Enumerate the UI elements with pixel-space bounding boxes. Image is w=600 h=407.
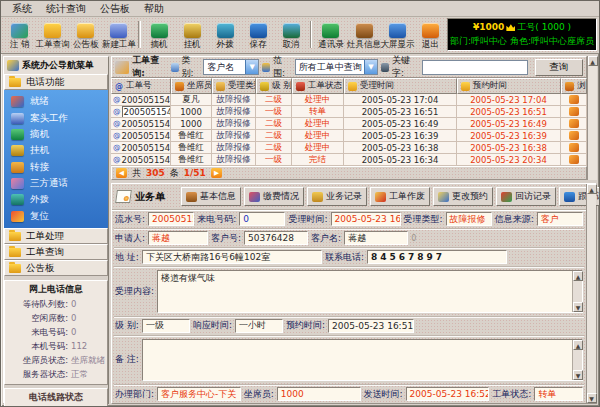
scroll-up-icon[interactable]: ▲ — [587, 184, 597, 194]
menu-item-system[interactable]: 系统 — [5, 2, 39, 16]
cell-agent: 夏凡 — [171, 94, 212, 106]
sidebar-group-order-query[interactable]: 工单查询 — [4, 244, 108, 260]
agent-field[interactable]: 1000 — [277, 387, 361, 401]
scroll-down-icon[interactable]: ▼ — [573, 370, 583, 380]
table-row[interactable]: @2005051543 鲁维红 故障报修 二级 处理中 2005-05-23 1… — [111, 130, 587, 142]
content-textarea[interactable]: 楼道有煤气味 ▲ ▼ — [157, 270, 583, 313]
menu-item-help[interactable]: 帮助 — [137, 2, 171, 16]
customer-name-field[interactable]: 蒋越 — [344, 231, 408, 245]
caller-field[interactable]: 0 — [239, 212, 285, 226]
source-field[interactable]: 客户 — [537, 212, 583, 226]
cell-browse[interactable] — [561, 118, 587, 130]
keyword-input[interactable] — [422, 60, 528, 75]
col-appoint-time[interactable]: 预约时间 — [457, 78, 561, 94]
scope-select[interactable]: 所有工单中查询 ▼ — [295, 59, 378, 75]
contact-phone-field[interactable]: 84567897 — [367, 250, 507, 264]
contacts-button[interactable]: 通讯录 — [314, 18, 347, 51]
sidebar-item-transfer[interactable]: 转接 — [11, 161, 108, 174]
next-page-icon[interactable]: ▶ — [211, 168, 222, 178]
offhook-button[interactable]: 摘机 — [143, 18, 176, 51]
appoint-time-icon — [461, 82, 470, 91]
cell-browse[interactable] — [561, 106, 587, 118]
scroll-up-icon[interactable]: ▲ — [573, 340, 583, 350]
detail-scrollbar[interactable]: ▲ ▼ — [586, 184, 596, 403]
sidebar-item-dialout[interactable]: 外拨 — [11, 193, 108, 206]
cell-browse[interactable] — [561, 94, 587, 106]
sidebar-item-hangup[interactable]: 挂机 — [11, 144, 108, 157]
chevron-down-icon[interactable]: ▼ — [364, 60, 377, 74]
col-level[interactable]: 级 别 — [256, 78, 292, 94]
cell-status: 处理中 — [292, 118, 344, 130]
table-row[interactable]: @2005051542 鲁维红 故障报修 二级 处理中 2005-05-23 1… — [111, 142, 587, 154]
bigscreen-icon — [389, 23, 406, 38]
at-icon: @ — [113, 107, 121, 116]
dialout-button[interactable]: 外拨 — [209, 18, 242, 51]
tab-basic-info[interactable]: 基本信息 — [181, 187, 241, 206]
cell-browse[interactable] — [561, 142, 587, 154]
cancel-button[interactable]: 取消 — [275, 18, 308, 51]
bulletin-button[interactable]: 公告板 — [69, 18, 102, 51]
order-query-label: 工单查询 — [36, 39, 70, 51]
exit-button[interactable]: 退出 — [414, 18, 447, 51]
category-select[interactable]: 客户名 ▼ — [203, 59, 259, 75]
col-browse[interactable]: 浏览 — [561, 78, 587, 94]
stove-info-button[interactable]: 灶具信息 — [347, 18, 380, 51]
col-status[interactable]: 工单状态 — [292, 78, 344, 94]
accept-time-field[interactable]: 2005-05-23 16:51 — [331, 212, 401, 226]
address-field[interactable]: 下关区大桥南路16号6幢102室 — [142, 250, 322, 264]
applicant-field[interactable]: 蒋越 — [148, 231, 208, 245]
table-row-selected[interactable]: @2005051546 1000 故障报修 一级 转单 2005-05-23 1… — [111, 106, 587, 118]
menu-item-bulletin[interactable]: 公告板 — [93, 2, 137, 16]
table-row[interactable]: @2005051541 鲁维红 故障报修 一级 完结 2005-05-23 16… — [111, 154, 587, 166]
prev-page-icon[interactable]: ◀ — [116, 168, 127, 178]
content-scrollbar[interactable]: ▲ ▼ — [572, 271, 582, 312]
tab-payment[interactable]: 缴费情况 — [244, 187, 304, 206]
scroll-down-icon[interactable]: ▼ — [587, 393, 597, 403]
list-scrollbar[interactable]: ▲ — [587, 56, 597, 180]
accept-type-field[interactable]: 故障报修 — [446, 212, 492, 226]
sidebar-item-reset[interactable]: 复位 — [11, 210, 108, 223]
logout-button[interactable]: 注 销 — [3, 18, 36, 51]
sidebar-item-deskwork[interactable]: 案头工作 — [11, 112, 108, 125]
save-button[interactable]: 保存 — [242, 18, 275, 51]
remark-scrollbar[interactable]: ▲ ▼ — [572, 340, 582, 381]
sidebar-item-ready[interactable]: 就绪 — [11, 95, 108, 108]
cell-appoint-time: 2005-05-23 16:49 — [457, 118, 561, 130]
sidebar-group-phone[interactable]: 电话功能 — [4, 74, 108, 90]
menu-item-stats-query[interactable]: 统计查询 — [39, 2, 93, 16]
tab-callback-record[interactable]: 回访记录 — [496, 187, 556, 206]
cell-browse[interactable] — [561, 130, 587, 142]
tab-business-record[interactable]: 业务记录 — [307, 187, 367, 206]
scroll-up-icon[interactable]: ▲ — [588, 56, 598, 66]
table-row[interactable]: @2005051545 1000 故障报修 二级 处理中 2005-05-23 … — [111, 118, 587, 130]
scroll-up-icon[interactable]: ▲ — [573, 271, 583, 281]
sidebar-item-conference[interactable]: 三方通话 — [11, 177, 108, 190]
col-order-id[interactable]: @工单号 — [111, 78, 171, 94]
col-type[interactable]: 受理类型 — [212, 78, 256, 94]
tab-change-appointment[interactable]: 更改预约 — [433, 187, 493, 206]
tab-void-order[interactable]: 工单作废 — [370, 187, 430, 206]
order-query-button[interactable]: 工单查询 — [36, 18, 69, 51]
col-agent[interactable]: 坐席员 — [171, 78, 212, 94]
table-row[interactable]: @2005051547 夏凡 故障报修 二级 处理中 2005-05-23 17… — [111, 94, 587, 106]
appoint-time-field[interactable]: 2005-05-23 16:51 — [328, 319, 414, 333]
send-time-field[interactable]: 2005-05-23 16:52 — [406, 387, 490, 401]
chevron-down-icon[interactable]: ▼ — [245, 60, 258, 74]
scroll-down-icon[interactable]: ▼ — [573, 302, 583, 312]
new-order-button[interactable]: 新建工单 — [102, 18, 135, 51]
serial-field[interactable]: 2005051546 — [148, 212, 194, 226]
hangup-button[interactable]: 挂机 — [176, 18, 209, 51]
search-button[interactable]: 查询 — [535, 59, 583, 76]
level-field[interactable]: 一级 — [142, 319, 190, 333]
col-accept-time[interactable]: 受理时间 — [344, 78, 457, 94]
order-status-field[interactable]: 转单 — [534, 387, 583, 401]
response-time-field[interactable]: 一小时 — [235, 319, 283, 333]
bigscreen-button[interactable]: 大屏显示 — [381, 18, 414, 51]
sidebar-item-offhook[interactable]: 摘机 — [11, 128, 108, 141]
cell-browse[interactable] — [561, 154, 587, 166]
remark-textarea[interactable]: ▲ ▼ — [142, 339, 583, 382]
sidebar-group-bulletin[interactable]: 公告板 — [4, 260, 108, 276]
sidebar-group-order-process[interactable]: 工单处理 — [4, 228, 108, 244]
dept-field[interactable]: 客户服务中心-下关 — [157, 387, 241, 401]
customer-no-field[interactable]: 50376428 — [244, 231, 308, 245]
